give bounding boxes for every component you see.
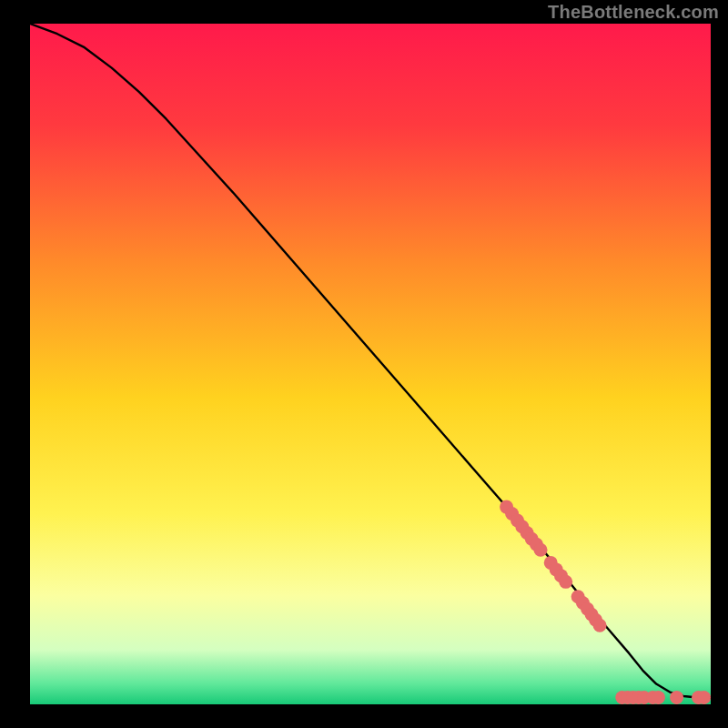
chart-stage: TheBottleneck.com [0, 0, 728, 728]
data-marker [559, 575, 572, 589]
data-marker [652, 691, 665, 704]
attribution-label: TheBottleneck.com [548, 2, 719, 23]
chart-svg [30, 24, 711, 704]
data-marker [534, 543, 548, 557]
data-marker [697, 691, 711, 704]
gradient-background [30, 24, 711, 704]
data-marker [670, 691, 683, 704]
data-marker [593, 619, 607, 632]
plot-area [30, 24, 711, 704]
